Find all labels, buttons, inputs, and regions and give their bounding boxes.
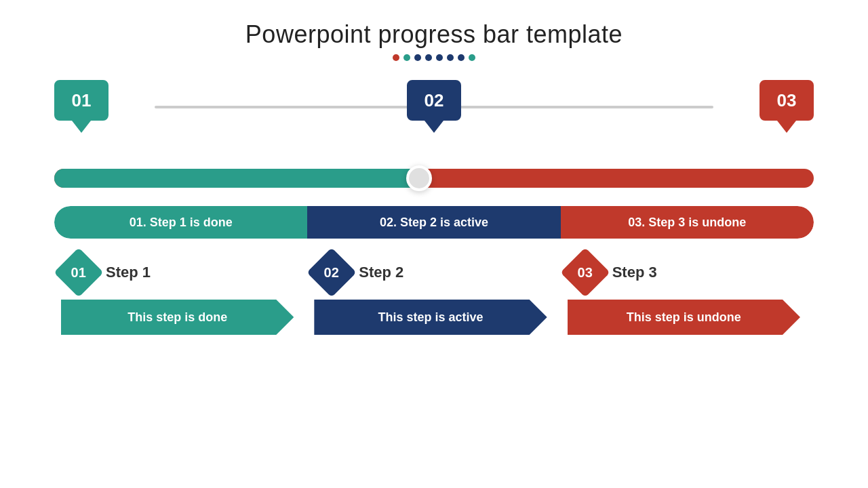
step-bottom-2: 02 Step 2 This step is active	[307, 255, 560, 335]
step-markers: 01 02 03	[54, 80, 814, 133]
step-markers-section: 01 02 03	[54, 80, 814, 155]
progress-track	[54, 169, 814, 188]
diamond-3: 03	[560, 247, 610, 298]
diamond-1: 01	[54, 247, 104, 298]
step-labels-section: 01. Step 1 is done 02. Step 2 is active …	[54, 206, 814, 239]
marker-number-2: 02	[425, 90, 444, 111]
diamond-number-1: 01	[71, 265, 86, 281]
decoration-dots	[393, 54, 475, 61]
page-title: Powerpoint progress bar template	[245, 20, 623, 49]
marker-number-1: 01	[72, 90, 92, 111]
dot-5	[436, 54, 443, 61]
dot-4	[425, 54, 432, 61]
arrow-2: This step is active	[314, 300, 547, 335]
arrow-container-1: This step is done	[61, 300, 300, 335]
step-header-1: 01 Step 1	[61, 255, 151, 290]
progress-section	[54, 161, 814, 195]
marker-pointer-2	[425, 121, 443, 133]
steps-bottom: 01 Step 1 This step is done 02 Step 2 Th…	[54, 255, 814, 335]
step-label-2: 02. Step 2 is active	[307, 206, 560, 239]
marker-pointer-3	[777, 121, 796, 133]
diamond-number-2: 02	[324, 265, 339, 281]
step-title-1: Step 1	[106, 264, 151, 281]
step-label-1: 01. Step 1 is done	[54, 206, 307, 239]
arrow-container-2: This step is active	[314, 300, 553, 335]
dot-7	[458, 54, 465, 61]
step-marker-1: 01	[54, 80, 108, 133]
step-header-3: 03 Step 3	[568, 255, 657, 290]
marker-box-1: 01	[54, 80, 108, 121]
step-marker-2: 02	[407, 80, 461, 133]
step-title-2: Step 2	[359, 264, 403, 281]
progress-fill	[54, 169, 419, 188]
arrow-1: This step is done	[61, 300, 294, 335]
dot-1	[393, 54, 399, 61]
arrow-3: This step is undone	[568, 300, 800, 335]
dot-2	[403, 54, 410, 61]
arrow-container-3: This step is undone	[568, 300, 807, 335]
step-bottom-3: 03 Step 3 This step is undone	[561, 255, 814, 335]
dot-6	[447, 54, 454, 61]
progress-thumb	[406, 165, 432, 191]
dot-3	[414, 54, 421, 61]
step-label-3: 03. Step 3 is undone	[561, 206, 814, 239]
marker-number-3: 03	[777, 90, 797, 111]
diamond-number-3: 03	[578, 265, 593, 281]
diamond-2: 02	[307, 247, 357, 298]
step-header-2: 02 Step 2	[314, 255, 403, 290]
dot-8	[469, 54, 475, 61]
marker-pointer-1	[72, 121, 91, 133]
step-bottom-1: 01 Step 1 This step is done	[54, 255, 307, 335]
marker-box-2: 02	[407, 80, 461, 121]
step-title-3: Step 3	[612, 264, 657, 281]
marker-box-3: 03	[760, 80, 814, 121]
step-marker-3: 03	[760, 80, 814, 133]
